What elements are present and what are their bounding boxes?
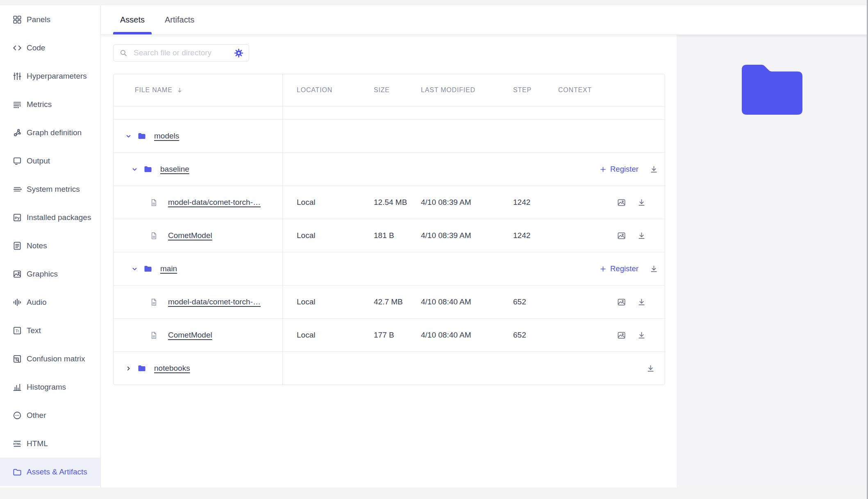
column-header-label: LOCATION xyxy=(297,86,332,94)
search-icon xyxy=(119,49,128,57)
download-icon[interactable] xyxy=(637,297,646,307)
code-icon xyxy=(12,43,23,53)
file-name-cell: model-data/comet-torch-… xyxy=(114,286,283,318)
sidebar-item-histograms[interactable]: Histograms xyxy=(0,373,100,401)
column-header-last-modified: LAST MODIFIED xyxy=(421,74,513,106)
sidebar-item-label: Hyperparameters xyxy=(27,72,87,81)
sidebar-item-graph-definition[interactable]: Graph definition xyxy=(0,118,100,147)
sidebar-item-label: Graph definition xyxy=(27,128,82,137)
sidebar-item-label: Confusion matrix xyxy=(27,354,85,363)
sidebar-item-installed-packages[interactable]: PyInstalled packages xyxy=(0,203,100,231)
row-actions: Register xyxy=(599,252,668,285)
context-cell xyxy=(558,319,599,352)
plus-icon xyxy=(599,265,607,273)
row-actions xyxy=(599,186,665,219)
sidebar-item-other[interactable]: Other xyxy=(0,401,100,429)
location-cell: Local xyxy=(283,186,374,219)
other-icon xyxy=(12,410,23,421)
assets-content-panel: FILE NAMELOCATIONSIZELAST MODIFIEDSTEPCO… xyxy=(101,34,677,488)
download-icon[interactable] xyxy=(637,198,646,207)
size-cell: 181 B xyxy=(374,219,421,252)
download-icon[interactable] xyxy=(637,331,646,340)
size-cell: 177 B xyxy=(374,319,421,352)
preview-image-icon[interactable] xyxy=(617,297,626,307)
sidebar-item-metrics[interactable]: Metrics xyxy=(0,90,100,118)
column-header-location: LOCATION xyxy=(283,74,374,106)
download-icon[interactable] xyxy=(646,364,655,373)
file-name-link[interactable]: model-data/comet-torch-… xyxy=(168,198,261,207)
last-modified-cell: 4/10 08:39 AM xyxy=(421,186,513,219)
file-name-link[interactable]: model-data/comet-torch-… xyxy=(168,297,261,306)
folder-icon xyxy=(137,363,147,373)
row-actions xyxy=(599,219,665,252)
sort-desc-icon[interactable] xyxy=(176,86,184,94)
text-icon: Tt xyxy=(12,325,23,336)
preview-image-icon[interactable] xyxy=(617,231,626,240)
location-cell: Local xyxy=(283,286,374,318)
sidebar-item-assets-artifacts[interactable]: Assets & Artifacts xyxy=(0,458,100,486)
register-label: Register xyxy=(610,165,639,174)
sidebar-item-graphics[interactable]: Graphics xyxy=(0,260,100,288)
system-metrics-icon xyxy=(12,184,23,195)
gear-icon[interactable] xyxy=(234,48,244,58)
hyperparameters-icon xyxy=(12,71,23,82)
step-cell xyxy=(513,352,558,385)
file-icon xyxy=(150,231,158,240)
size-cell: 12.54 MB xyxy=(374,186,421,219)
sidebar-item-text[interactable]: TtText xyxy=(0,316,100,345)
file-name-link[interactable]: CometModel xyxy=(168,231,212,240)
column-header-context: CONTEXT xyxy=(558,74,599,106)
row-actions: Register xyxy=(599,153,668,186)
sidebar-item-output[interactable]: Output xyxy=(0,147,100,175)
sidebar: PanelsCodeHyperparametersMetricsGraph de… xyxy=(0,5,101,488)
chevron-right-icon[interactable] xyxy=(125,365,132,372)
tab-assets[interactable]: Assets xyxy=(113,5,152,34)
assets-artifacts-icon xyxy=(12,467,23,477)
folder-name-link[interactable]: baseline xyxy=(160,165,189,174)
sidebar-item-confusion-matrix[interactable]: Confusion matrix xyxy=(0,345,100,373)
tab-artifacts[interactable]: Artifacts xyxy=(158,5,201,34)
sidebar-item-notes[interactable]: Notes xyxy=(0,231,100,260)
step-cell xyxy=(513,120,558,152)
assets-table: FILE NAMELOCATIONSIZELAST MODIFIEDSTEPCO… xyxy=(113,74,665,385)
column-header-step: STEP xyxy=(513,74,558,106)
folder-name-link[interactable]: main xyxy=(160,264,177,273)
last-modified-cell: 4/10 08:40 AM xyxy=(421,319,513,352)
register-model-button[interactable]: Register xyxy=(599,165,639,174)
download-icon[interactable] xyxy=(649,165,659,174)
graphics-icon xyxy=(12,269,23,279)
register-label: Register xyxy=(610,264,639,273)
register-model-button[interactable]: Register xyxy=(599,264,639,273)
folder-name-link[interactable]: models xyxy=(154,132,179,141)
sidebar-item-panels[interactable]: Panels xyxy=(0,5,100,34)
sidebar-item-html[interactable]: HTMLHTML xyxy=(0,429,100,458)
chevron-down-icon[interactable] xyxy=(131,265,138,272)
metrics-icon xyxy=(12,99,23,110)
preview-image-icon[interactable] xyxy=(617,198,626,207)
file-name-link[interactable]: CometModel xyxy=(168,331,212,340)
preview-image-icon[interactable] xyxy=(617,331,626,340)
column-header-label: FILE NAME xyxy=(135,86,173,94)
graph-definition-icon xyxy=(12,127,23,138)
table-row-spacer xyxy=(114,107,665,120)
download-icon[interactable] xyxy=(649,264,659,274)
file-name-cell: notebooks xyxy=(114,352,283,385)
download-icon[interactable] xyxy=(637,231,646,240)
sidebar-item-system-metrics[interactable]: System metrics xyxy=(0,175,100,203)
chevron-down-icon[interactable] xyxy=(131,166,138,173)
sidebar-item-hyperparameters[interactable]: Hyperparameters xyxy=(0,62,100,90)
folder-name-link[interactable]: notebooks xyxy=(154,364,190,373)
search-input[interactable] xyxy=(133,48,234,58)
sidebar-item-code[interactable]: Code xyxy=(0,34,100,62)
column-header-file-name[interactable]: FILE NAME xyxy=(114,74,283,106)
bottom-strip xyxy=(0,488,868,499)
sidebar-item-audio[interactable]: Audio xyxy=(0,288,100,316)
file-name-cell: CometModel xyxy=(114,319,283,352)
chevron-down-icon[interactable] xyxy=(125,133,132,140)
row-actions xyxy=(599,352,665,385)
sidebar-item-label: Text xyxy=(27,326,41,335)
sidebar-item-label: Audio xyxy=(27,298,47,307)
file-name-cell: baseline xyxy=(114,153,283,186)
histograms-icon xyxy=(12,382,23,392)
size-cell: 42.7 MB xyxy=(374,286,421,318)
